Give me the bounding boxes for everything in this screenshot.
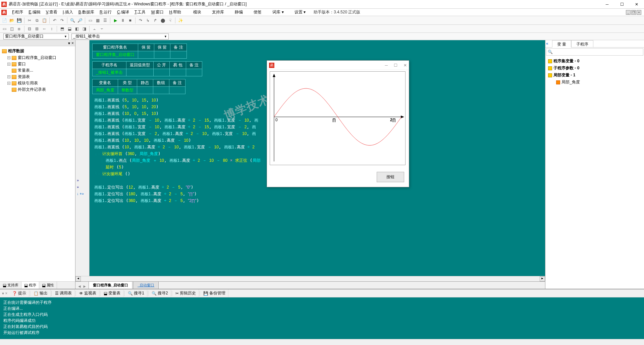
menu-item[interactable]: E.编辑 (26, 9, 43, 16)
menu-extra-item[interactable]: 词库 ▾ (270, 9, 286, 16)
menu-extra-item[interactable]: 设置 ▾ (292, 9, 308, 16)
pause-icon[interactable]: ⏸ (120, 17, 126, 23)
run-icon[interactable]: ▶ (112, 17, 118, 23)
bottom-tab[interactable]: 🔍搜寻2 (149, 289, 171, 297)
menu-item[interactable]: V.查看 (43, 9, 60, 16)
tb2-icon-5[interactable]: ⊞ (34, 26, 40, 32)
preview-window[interactable]: 易 ─ ☐ ✕ 0 ∏ (267, 60, 409, 187)
minimize-button[interactable]: ─ (604, 1, 610, 8)
menu-item[interactable]: F.程序 (9, 9, 26, 16)
bottom-tab[interactable]: ⬓变量表 (101, 289, 123, 297)
step-into-icon[interactable]: ↳ (145, 17, 151, 23)
list-icon[interactable]: ☰ (102, 17, 108, 23)
tb2-icon-4[interactable]: ⊟ (26, 26, 33, 32)
tree-node[interactable]: +资源表 (2, 74, 73, 80)
menu-extra-item[interactable]: 支持库 (209, 9, 227, 16)
tb2-icon-13[interactable]: ⫟ (99, 26, 105, 32)
var-item[interactable]: 程序集变量 - 0 (547, 58, 643, 65)
left-tab[interactable]: ⬓程序 (21, 282, 39, 289)
var-item[interactable]: 局部_角度 (547, 79, 643, 86)
grid-icon[interactable]: ▦ (95, 17, 101, 23)
menu-item[interactable]: C.编译 (114, 9, 132, 16)
menu-item[interactable]: I.插入 (60, 9, 76, 16)
stop-icon[interactable]: ■ (127, 17, 133, 23)
code-editor[interactable]: » » ↓ +» 窗口程序集名保 留保 留备 注窗口程序集_启动窗口 子程序名返… (75, 40, 545, 276)
close-button[interactable]: ✕ (633, 1, 640, 8)
save-icon[interactable]: 💾 (16, 17, 22, 23)
menu-item[interactable]: W.窗口 (148, 9, 166, 16)
output-console[interactable]: 正在统计需要编译的子程序正在编译...正在生成主程序入口代码程序代码编译成功正在… (0, 297, 644, 339)
bottom-tab[interactable]: ☰调用表 (52, 289, 75, 297)
popup-action-button[interactable]: 按钮 (377, 172, 404, 182)
project-tree[interactable]: 程序数据 +窗口程序集_启动窗口+窗口常量表...+资源表+模块引用表外部文件记… (0, 46, 75, 281)
form-icon[interactable]: ▭ (87, 17, 93, 23)
cursor-icon[interactable]: ☟ (167, 17, 173, 23)
panel-pin-icon[interactable]: ▾ (68, 41, 70, 46)
tb2-icon-9[interactable]: ⬓ (66, 26, 72, 32)
new-icon[interactable]: 📄 (1, 17, 7, 23)
popup-min-button[interactable]: ─ (385, 63, 388, 68)
editor-hscroll[interactable]: ◄► (75, 276, 545, 281)
undo-icon[interactable]: ↶ (52, 17, 58, 23)
mdi-restore-button[interactable]: ❐ (631, 10, 636, 15)
menu-item[interactable]: B.数据库 (76, 9, 97, 16)
panel-close-icon[interactable]: × (71, 41, 74, 46)
bottom-tab[interactable]: 📋输出 (31, 289, 51, 297)
right-tab-subs[interactable]: 子程序 (571, 40, 593, 47)
paste-icon[interactable]: 📋 (41, 17, 47, 23)
find-icon[interactable]: 🔍 (69, 17, 75, 23)
tree-root[interactable]: 程序数据 (8, 48, 24, 54)
bottom-tab[interactable]: 🔍搜寻1 (125, 289, 147, 297)
var-item[interactable]: 局部变量 - 1 (547, 72, 643, 79)
tb2-icon-8[interactable]: ⬒ (59, 26, 65, 32)
replace-icon[interactable]: 🔎 (77, 17, 83, 23)
tree-node[interactable]: +窗口程序集_启动窗口 (2, 55, 73, 61)
step-out-icon[interactable]: ↱ (152, 17, 158, 23)
tree-node[interactable]: +模块引用表 (2, 80, 73, 86)
maximize-button[interactable]: ☐ (619, 1, 625, 8)
popup-max-button[interactable]: ☐ (394, 63, 397, 68)
open-icon[interactable]: 📂 (9, 17, 15, 23)
menu-extra-item[interactable]: 便签 (251, 9, 264, 16)
editor-tab[interactable]: 窗口程序集_启动窗口 (89, 281, 132, 289)
menu-item[interactable]: T.工具 (132, 9, 148, 16)
breakpoint-icon[interactable]: ⬤ (160, 17, 166, 23)
left-tab[interactable]: ⬓支持库 (0, 282, 21, 289)
tree-node[interactable]: 外部文件记录表 (2, 86, 73, 93)
tb2-icon-10[interactable]: ◧ (74, 26, 80, 32)
menu-item[interactable]: R.运行 (97, 9, 114, 16)
tree-node[interactable]: 常量表... (2, 67, 73, 74)
mdi-min-button[interactable]: _ (626, 10, 631, 15)
popup-close-button[interactable]: ✕ (404, 63, 407, 68)
tree-node[interactable]: +窗口 (2, 61, 73, 67)
tb2-icon-2[interactable]: ◫ (9, 26, 15, 32)
redo-icon[interactable]: ↷ (59, 17, 65, 23)
left-tab[interactable]: ⬓属性 (39, 282, 57, 289)
right-tab-vars[interactable]: 变 量 (552, 40, 571, 48)
menu-extra-item[interactable]: 静编 (232, 9, 246, 16)
combo-programset[interactable]: 窗口程序集_启动窗口▼ (3, 33, 69, 40)
menu-item[interactable]: H.帮助 (166, 9, 184, 16)
var-item[interactable]: 子程序参数 - 0 (547, 65, 643, 72)
bottom-tab[interactable]: 👁监视表 (76, 289, 99, 297)
bottom-tab[interactable]: 💾备份管理 (201, 289, 228, 297)
bottom-tab[interactable]: ❓提示 (9, 289, 29, 297)
right-search-input[interactable]: 🔍 (546, 48, 643, 56)
bottom-tab[interactable]: ✂剪辑历史 (173, 289, 199, 297)
tb2-icon-3[interactable]: ⧈ (16, 26, 22, 32)
tb2-icon-6[interactable]: ↔ (41, 26, 47, 32)
editor-tab[interactable]: _启动窗口 (133, 281, 159, 289)
right-panel-toggle-icon[interactable]: « (546, 41, 548, 46)
variable-list[interactable]: 程序集变量 - 0子程序参数 - 0局部变量 - 1局部_角度 (545, 56, 644, 87)
tb2-icon-7[interactable]: ↕ (49, 26, 55, 32)
tb2-icon-11[interactable]: ◨ (81, 26, 87, 32)
step-over-icon[interactable]: ↷ (138, 17, 144, 23)
menu-extra-item[interactable]: 模块 (191, 9, 204, 16)
combo-subroutine[interactable]: _按钮1_被单击▼ (71, 33, 169, 40)
mdi-close-button[interactable]: × (637, 10, 641, 15)
cut-icon[interactable]: ✂ (26, 17, 33, 23)
copy-icon[interactable]: ⧉ (34, 17, 40, 23)
tb2-icon-1[interactable]: ▭ (1, 26, 7, 32)
wand-icon[interactable]: ✨ (177, 17, 183, 23)
tb2-icon-12[interactable]: ⫠ (92, 26, 98, 32)
